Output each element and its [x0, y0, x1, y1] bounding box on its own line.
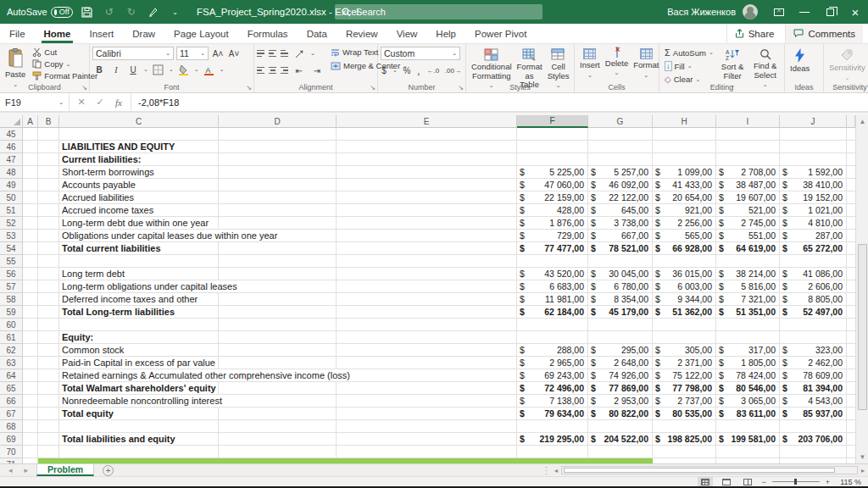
autosave-switch[interactable]: Off — [51, 7, 73, 18]
zoom-in-icon[interactable]: + — [826, 478, 830, 486]
cell-J69[interactable]: $203 706,00 — [780, 433, 847, 446]
cell-C65[interactable]: Total Walmart shareholders' equity — [59, 382, 219, 395]
cell-E65[interactable] — [337, 382, 517, 395]
cell-E70[interactable] — [337, 446, 517, 458]
cell-H58[interactable]: $9 344,00 — [653, 293, 716, 306]
ideas-button[interactable]: Ideas — [787, 47, 812, 75]
undo-icon[interactable]: ↺ — [102, 4, 117, 19]
comments-button[interactable]: Comments — [785, 24, 863, 43]
cell-J63[interactable]: $2 462,00 — [780, 357, 847, 369]
row-header-65[interactable]: 65 — [0, 382, 23, 395]
cell-B47[interactable] — [38, 153, 59, 166]
scroll-down-icon[interactable]: ▼ — [856, 451, 868, 463]
cell-I65[interactable]: $80 546,00 — [716, 382, 780, 395]
cell-B48[interactable] — [38, 166, 59, 179]
cell-I69[interactable]: $199 581,00 — [716, 433, 780, 446]
cell-I61[interactable] — [716, 331, 780, 344]
horizontal-scrollbar[interactable] — [561, 466, 858, 474]
restore-icon[interactable] — [817, 0, 843, 24]
cell-H69[interactable]: $198 825,00 — [653, 433, 716, 446]
cell-A53[interactable] — [23, 230, 38, 242]
increase-font-icon[interactable]: A˄ — [211, 47, 225, 60]
row-header-60[interactable]: 60 — [0, 319, 23, 331]
cell-D54[interactable] — [219, 242, 337, 255]
cell-A49[interactable] — [23, 179, 38, 191]
sheet-tab-problem[interactable]: Problem — [36, 464, 94, 476]
cell-H62[interactable]: $305,00 — [653, 344, 716, 357]
cell-I46[interactable] — [716, 141, 780, 153]
cell-G47[interactable] — [588, 153, 653, 166]
cell-B59[interactable] — [38, 306, 59, 319]
fill-color-icon[interactable] — [177, 63, 191, 76]
italic-button[interactable]: I — [109, 63, 123, 76]
row-header-63[interactable]: 63 — [0, 357, 23, 369]
minimize-icon[interactable]: — — [792, 0, 817, 24]
comma-style-button[interactable]: , — [416, 64, 421, 77]
cell-B67[interactable] — [38, 408, 59, 420]
cell-G54[interactable]: $78 521,00 — [588, 242, 653, 255]
formula-input[interactable]: -2,08*F18 — [131, 93, 868, 111]
cell-B58[interactable] — [38, 293, 59, 306]
search-input[interactable]: Search — [335, 4, 542, 19]
cell-C50[interactable]: Accrued liabilities — [59, 191, 219, 204]
cell-J47[interactable] — [780, 153, 847, 166]
cell-B49[interactable] — [38, 179, 59, 191]
cell-J45[interactable] — [780, 128, 847, 141]
cell-C56[interactable]: Long term debt — [59, 268, 219, 280]
cell-D49[interactable] — [219, 179, 337, 191]
cell-F62[interactable]: $288,00 — [517, 344, 588, 357]
row-header-52[interactable]: 52 — [0, 217, 23, 230]
cell-C69[interactable]: Total liabilities and equity — [59, 433, 219, 446]
cell-F56[interactable]: $43 520,00 — [517, 268, 588, 280]
cell-I49[interactable]: $38 487,00 — [716, 179, 780, 191]
cell-H49[interactable]: $41 433,00 — [653, 179, 716, 191]
share-button[interactable]: Share — [726, 24, 782, 43]
cell-A46[interactable] — [23, 141, 38, 153]
cell-D50[interactable] — [219, 191, 337, 204]
cell-A45[interactable] — [23, 128, 38, 141]
redo-icon[interactable]: ↻ — [124, 4, 139, 19]
cell-A52[interactable] — [23, 217, 38, 230]
tab-home[interactable]: Home — [35, 24, 81, 43]
column-header-F[interactable]: F — [517, 115, 588, 128]
accounting-format-button[interactable]: $ — [381, 64, 387, 77]
cell-C55[interactable] — [59, 255, 219, 268]
cell-A55[interactable] — [23, 255, 38, 268]
tab-insert[interactable]: Insert — [80, 24, 123, 43]
row-header-58[interactable]: 58 — [0, 293, 23, 306]
cell-C53[interactable]: Obligations under capital leases due wit… — [59, 230, 219, 242]
cell-E49[interactable] — [337, 179, 517, 191]
increase-indent-icon[interactable]: ⇥ — [310, 64, 324, 77]
sheet-next-icon[interactable]: ▸ — [25, 466, 29, 474]
cell-G68[interactable] — [588, 420, 653, 433]
cell-G59[interactable]: $45 179,00 — [588, 306, 653, 319]
font-color-icon[interactable]: A — [203, 63, 216, 76]
cell-A51[interactable] — [23, 204, 38, 217]
cell-F68[interactable] — [517, 420, 588, 433]
cell-D62[interactable] — [219, 344, 337, 357]
cell-F57[interactable]: $6 683,00 — [517, 280, 588, 293]
cell-C68[interactable] — [59, 420, 219, 433]
cell-A67[interactable] — [23, 408, 38, 420]
cell-E47[interactable] — [337, 153, 517, 166]
cell-D61[interactable] — [219, 331, 337, 344]
cell-I57[interactable]: $5 816,00 — [716, 280, 780, 293]
scroll-right-icon[interactable]: ▸ — [861, 467, 865, 474]
cell-I70[interactable] — [716, 446, 780, 458]
row-header-46[interactable]: 46 — [0, 141, 23, 153]
cell-F61[interactable] — [517, 331, 588, 344]
cell-A57[interactable] — [23, 280, 38, 293]
cell-F60[interactable] — [517, 319, 588, 331]
cell-H64[interactable]: $75 122,00 — [653, 369, 716, 382]
cell-F45[interactable] — [517, 128, 588, 141]
cell-B62[interactable] — [38, 344, 59, 357]
bold-button[interactable]: B — [92, 63, 106, 76]
percent-style-button[interactable]: % — [403, 64, 411, 77]
cell-J58[interactable]: $8 805,00 — [780, 293, 847, 306]
cell-D65[interactable] — [219, 382, 337, 395]
cell-D47[interactable] — [219, 153, 337, 166]
cell-I51[interactable]: $521,00 — [716, 204, 780, 217]
cell-H52[interactable]: $2 256,00 — [653, 217, 716, 230]
cell-E63[interactable] — [337, 357, 517, 369]
column-header-I[interactable]: I — [716, 115, 780, 128]
